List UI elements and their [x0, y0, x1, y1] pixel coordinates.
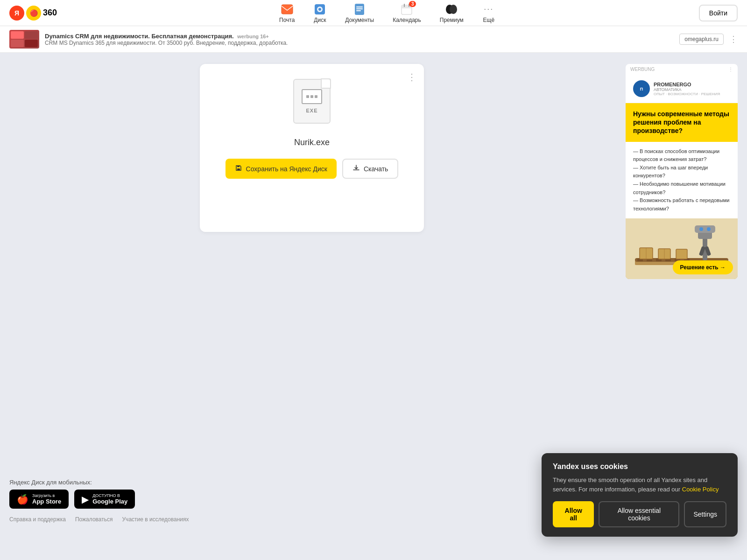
nav-item-more[interactable]: ··· Ещё: [473, 3, 505, 23]
cookie-text: They ensure the smooth operation of all …: [553, 476, 726, 494]
svg-rect-7: [356, 10, 361, 11]
ad-right-logo-circle: П: [633, 80, 650, 97]
app-store-button[interactable]: 🍎 Загрузить в App Store: [9, 490, 69, 509]
footer-link-report[interactable]: Пожаловаться: [75, 516, 113, 523]
svg-rect-6: [356, 8, 363, 9]
list-item: В поисках способов оптимизации процессов…: [633, 147, 730, 164]
download-button[interactable]: Скачать: [342, 159, 399, 179]
nav-item-disk[interactable]: Диск: [304, 3, 336, 23]
svg-rect-10: [402, 7, 412, 8]
google-play-label: ДОСТУПНО В: [92, 493, 127, 498]
app-store-label: Загрузить в: [32, 493, 61, 498]
ad-banner-top[interactable]: Dynamics CRM для недвижимости. Бесплатна…: [0, 26, 747, 53]
docs-icon: [353, 3, 366, 16]
footer-link-research[interactable]: Участие в исследованиях: [122, 516, 189, 523]
ad-text: Dynamics CRM для недвижимости. Бесплатна…: [45, 33, 674, 46]
ad-right-header: WERBUNG ⋮: [626, 64, 738, 75]
svg-point-14: [450, 5, 457, 14]
main-nav: Почта Диск Документы: [76, 3, 699, 23]
allow-essential-button[interactable]: Allow essential cookies: [599, 501, 679, 527]
ad-right[interactable]: WERBUNG ⋮ П PROMENERGO АВТОМАТИКА ОПЫТ ·…: [626, 64, 738, 279]
premium-icon: [445, 3, 458, 16]
save-icon: [235, 164, 242, 173]
screen-dots: [306, 95, 317, 98]
ad-right-more[interactable]: ⋮: [728, 67, 733, 72]
google-play-icon: ▶: [82, 494, 89, 505]
nav-item-docs[interactable]: Документы: [336, 3, 383, 23]
ad-right-tagline: ОПЫТ · ВОЗМОЖНОСТИ · РЕШЕНИЯ: [654, 92, 720, 96]
cookie-policy-link[interactable]: Cookie Policy: [682, 486, 719, 493]
svg-rect-0: [282, 5, 293, 14]
svg-rect-32: [676, 249, 687, 259]
more-label: Ещё: [483, 17, 495, 23]
file-icon-shape: EXE: [293, 79, 331, 124]
save-to-disk-button[interactable]: Сохранить на Яндекс Диск: [226, 159, 337, 179]
allow-all-button[interactable]: Allow all: [553, 501, 594, 527]
google-play-name: Google Play: [92, 498, 127, 505]
logo-ya: Я: [9, 6, 24, 21]
list-item: Хотите быть на шаг впереди конкурентов?: [633, 164, 730, 180]
app-store-text: Загрузить в App Store: [32, 493, 61, 505]
google-play-text: ДОСТУПНО В Google Play: [92, 493, 127, 505]
google-play-button[interactable]: ▶ ДОСТУПНО В Google Play: [74, 490, 135, 509]
docs-label: Документы: [345, 17, 374, 23]
svg-rect-5: [356, 7, 363, 7]
list-item: Возможность работать с передовыми технол…: [633, 196, 730, 213]
svg-rect-15: [237, 168, 240, 170]
cookie-banner: Yandex uses cookies They ensure the smoo…: [542, 453, 738, 537]
login-button[interactable]: Войти: [699, 5, 738, 21]
dot-2: [310, 95, 313, 98]
ad-more-button[interactable]: ⋮: [729, 34, 738, 44]
main-content: ⋮ EXE Nurik.exe: [0, 53, 747, 290]
ad-right-brand: PROMENERGO: [654, 82, 720, 87]
ad-thumbnail: [9, 30, 39, 49]
save-button-label: Сохранить на Яндекс Диск: [246, 165, 327, 173]
svg-rect-16: [237, 166, 240, 167]
file-ext-label: EXE: [306, 108, 317, 113]
file-icon-screen: [302, 89, 322, 104]
cookie-title: Yandex uses cookies: [553, 462, 726, 471]
header: Я 🔴 360 Почта Диск: [0, 0, 747, 26]
ad-label: werbung 16+: [237, 34, 269, 39]
disk-label: Диск: [314, 17, 326, 23]
logo[interactable]: Я 🔴 360: [9, 6, 57, 21]
file-name: Nurik.exe: [294, 138, 330, 147]
nav-item-premium[interactable]: Премиум: [430, 3, 473, 23]
ad-title-text: Dynamics CRM для недвижимости. Бесплатна…: [45, 33, 234, 40]
calendar-icon: 3: [400, 3, 413, 16]
ad-right-brand-sub: АВТОМАТИКА: [654, 87, 720, 92]
svg-point-3: [318, 8, 321, 11]
content-right: WERBUNG ⋮ П PROMENERGO АВТОМАТИКА ОПЫТ ·…: [626, 64, 738, 279]
nav-item-calendar[interactable]: 3 Календарь: [383, 3, 430, 23]
app-store-name: App Store: [32, 498, 61, 505]
list-item: Необходимо повышение мотивации сотрудник…: [633, 180, 730, 196]
more-icon: ···: [482, 3, 495, 16]
ad-right-logo: П PROMENERGO АВТОМАТИКА ОПЫТ · ВОЗМОЖНОС…: [626, 75, 738, 103]
cookie-settings-button[interactable]: Settings: [684, 501, 726, 527]
svg-text:П: П: [640, 87, 643, 91]
ad-right-logo-text-block: PROMENERGO АВТОМАТИКА ОПЫТ · ВОЗМОЖНОСТИ…: [654, 82, 720, 96]
mail-icon: [281, 3, 294, 16]
nav-item-mail[interactable]: Почта: [270, 3, 304, 23]
svg-point-38: [699, 227, 703, 231]
ad-illustration: Решение есть →: [626, 218, 738, 279]
disk-icon: [313, 3, 326, 16]
ad-source[interactable]: omegaplus.ru: [679, 34, 724, 45]
ad-right-list: В поисках способов оптимизации процессов…: [633, 147, 730, 213]
apple-icon: 🍎: [17, 494, 28, 505]
file-actions: Сохранить на Яндекс Диск Скачать: [226, 159, 399, 179]
calendar-label: Календарь: [393, 17, 421, 23]
ad-title: Dynamics CRM для недвижимости. Бесплатна…: [45, 33, 674, 40]
ad-right-yellow-block: Нужны современные методы решения проблем…: [626, 103, 738, 142]
ad-description: CRM MS Dynamics 365 для недвижимости. От…: [45, 40, 674, 46]
calendar-badge: 3: [409, 1, 416, 7]
header-right: Войти: [699, 5, 738, 21]
dot-1: [306, 95, 309, 98]
mail-label: Почта: [279, 17, 295, 23]
ad-cta-button[interactable]: Решение есть →: [673, 260, 733, 274]
file-card-menu[interactable]: ⋮: [407, 71, 416, 83]
download-button-label: Скачать: [364, 165, 388, 173]
svg-rect-37: [695, 225, 715, 233]
logo-360-text: 360: [43, 8, 57, 18]
footer-link-support[interactable]: Справка и поддержка: [9, 516, 66, 523]
